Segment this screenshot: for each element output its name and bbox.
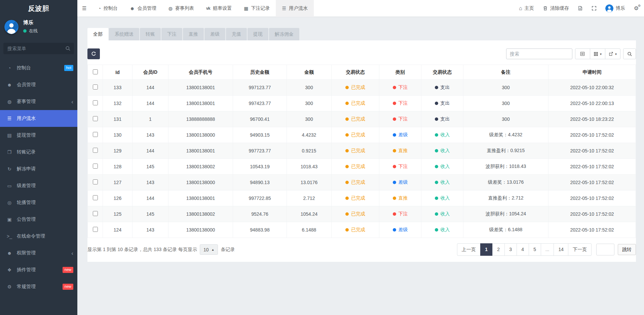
sidebar-toggle-button[interactable]: ☰: [77, 0, 92, 17]
sidebar-item-withdraw[interactable]: ▤提现管理: [0, 127, 77, 144]
row-checkbox[interactable]: [93, 84, 98, 90]
filter-tab-unfreeze-commission[interactable]: 解冻佣金: [269, 28, 299, 40]
user-menu[interactable]: 博乐: [605, 4, 625, 12]
menu-search-input[interactable]: [3, 43, 74, 54]
page-5[interactable]: 5: [529, 243, 541, 256]
list-icon: ☰: [282, 6, 286, 11]
filter-tab-direct-push[interactable]: 直推: [183, 28, 204, 40]
row-checkbox[interactable]: [93, 179, 98, 184]
page-2[interactable]: 2: [492, 243, 505, 256]
language-button[interactable]: [578, 6, 583, 11]
cell-remark: 300: [463, 96, 548, 111]
page-4[interactable]: 4: [517, 243, 529, 256]
sidebar-item-unfreeze[interactable]: ↻解冻申请: [0, 161, 77, 177]
page-3[interactable]: 3: [504, 243, 517, 256]
table-row[interactable]: 1271431380013800094890.1313.0176已完成差级收入级…: [88, 175, 636, 190]
row-checkbox[interactable]: [93, 116, 98, 121]
page-jump-button[interactable]: 跳转: [618, 244, 636, 255]
filter-tab-all[interactable]: 全部: [87, 28, 108, 40]
row-checkbox[interactable]: [93, 227, 98, 232]
filter-tab-system-gift[interactable]: 系统赠送: [109, 28, 139, 40]
table-row[interactable]: 1281451380013800210543.191018.43已完成下注收入波…: [88, 159, 636, 175]
status-label: 差级: [399, 179, 408, 185]
sidebar-item-transfer-records[interactable]: ❐转账记录: [0, 144, 77, 161]
cell-amount: 300: [287, 80, 332, 96]
row-checkbox[interactable]: [93, 148, 98, 153]
cell-id: 128: [103, 159, 132, 175]
table-row[interactable]: 125145138001380029524.761054.24已完成下注收入波胆…: [88, 206, 636, 222]
columns-button[interactable]: ▾: [590, 48, 605, 59]
sidebar-item-dashboard[interactable]: ◔控制台hot: [0, 60, 77, 76]
nav-item-members[interactable]: ☻会员管理: [124, 0, 162, 17]
search-toggle-button[interactable]: [623, 48, 636, 59]
nav-item-bet-records[interactable]: ▦下注记录: [238, 0, 276, 17]
row-checkbox[interactable]: [93, 195, 98, 200]
status-badge: 已完成: [345, 211, 365, 217]
table-row[interactable]: 13214413800138001997423.77300已完成下注支出3002…: [88, 96, 636, 111]
select-all-checkbox[interactable]: [93, 69, 98, 74]
page-size-dropdown[interactable]: 10 ▲: [200, 244, 218, 255]
status-dot: [393, 197, 396, 200]
table-row[interactable]: 1241431380013800094883.986.1488已完成差级收入级差…: [88, 222, 636, 238]
sidebar-item-members[interactable]: ☻会员管理: [0, 76, 77, 93]
table-search-input[interactable]: [506, 48, 572, 59]
sidebar-item-permissions[interactable]: ☻权限管理‹: [0, 245, 77, 261]
status-label: 已完成: [351, 132, 365, 138]
nav-item-dashboard[interactable]: ◔控制台: [92, 0, 123, 17]
sidebar-item-label: 提现管理: [17, 132, 36, 138]
table-row[interactable]: 12914413800138001997723.770.9215已完成直推收入直…: [88, 143, 636, 159]
page-jump-input[interactable]: [596, 244, 614, 255]
cell-id: 132: [103, 96, 132, 111]
table-row[interactable]: 12614413800138001997722.852.712已完成直推收入直推…: [88, 190, 636, 206]
cell-history-amount: 94890.13: [233, 175, 287, 190]
cell-inout-status: 收入: [421, 143, 463, 159]
status-dot: [435, 133, 438, 137]
status-badge: 收入: [435, 179, 450, 185]
filter-tab-level-diff[interactable]: 差级: [204, 28, 225, 40]
cell-category: 下注: [379, 111, 421, 127]
row-checkbox[interactable]: [93, 100, 98, 105]
sidebar-item-label: 在线命令管理: [17, 233, 45, 239]
page-1[interactable]: 1: [480, 243, 493, 256]
row-checkbox[interactable]: [93, 164, 98, 169]
nav-item-user-flow[interactable]: ☰用户流水: [276, 0, 314, 17]
cell-inout-status: 支出: [421, 111, 463, 127]
page-next[interactable]: 下一页: [568, 243, 592, 256]
user-avatar[interactable]: [4, 20, 18, 34]
sidebar-item-carousel[interactable]: ◎轮播管理: [0, 194, 77, 211]
home-button[interactable]: ⌂ 主页: [519, 5, 534, 11]
filter-tab-withdraw[interactable]: 提现: [248, 28, 268, 40]
export-button[interactable]: ▾: [605, 48, 620, 59]
table-row[interactable]: 1301431380013800094903.154.4232已完成差级收入级差…: [88, 127, 636, 143]
sidebar-item-plugins[interactable]: ❖插件管理new: [0, 261, 77, 278]
status-label: 收入: [441, 132, 450, 138]
cell-remark: 波胆获利：1054.24: [463, 206, 548, 222]
cell-checkbox: [88, 127, 103, 143]
sidebar-item-general[interactable]: ⚙常规管理new: [0, 278, 77, 295]
refresh-button[interactable]: [87, 48, 100, 59]
table-row[interactable]: 13314413800138001997123.77300已完成下注支出3002…: [88, 80, 636, 96]
filter-tab-recharge[interactable]: 充值: [226, 28, 247, 40]
sidebar-item-online-command[interactable]: >_在线命令管理: [0, 228, 77, 245]
nav-item-odds-settings[interactable]: vk赔率设置: [200, 0, 238, 17]
sidebar-item-announcements[interactable]: ▣公告管理: [0, 211, 77, 228]
status-label: 收入: [441, 148, 450, 154]
sidebar-item-matches[interactable]: ◍赛事管理‹: [0, 93, 77, 110]
fullscreen-button[interactable]: [592, 6, 597, 11]
clear-cache-button[interactable]: 清除缓存: [543, 5, 569, 11]
filter-tab-bet[interactable]: 下注: [161, 28, 182, 40]
table-row[interactable]: 13111388888888896700.41300已完成下注支出3002022…: [88, 111, 636, 127]
page-14[interactable]: 14: [554, 243, 568, 256]
sidebar-item-user-flow[interactable]: ☰用户流水: [0, 110, 77, 127]
page-prev[interactable]: 上一页: [457, 243, 481, 256]
nav-item-match-list[interactable]: ◍赛事列表: [162, 0, 200, 17]
cell-inout-status: 收入: [421, 159, 463, 175]
cell-amount: 4.4232: [287, 127, 332, 143]
sidebar-item-level-diff[interactable]: ▭级差管理: [0, 177, 77, 194]
row-checkbox[interactable]: [93, 211, 98, 216]
cell-id: 126: [103, 190, 132, 206]
toggle-view-button[interactable]: [575, 48, 590, 59]
filter-tab-transfer[interactable]: 转账: [140, 28, 161, 40]
row-checkbox[interactable]: [93, 132, 98, 137]
settings-button[interactable]: ⚙⚙: [634, 6, 639, 11]
